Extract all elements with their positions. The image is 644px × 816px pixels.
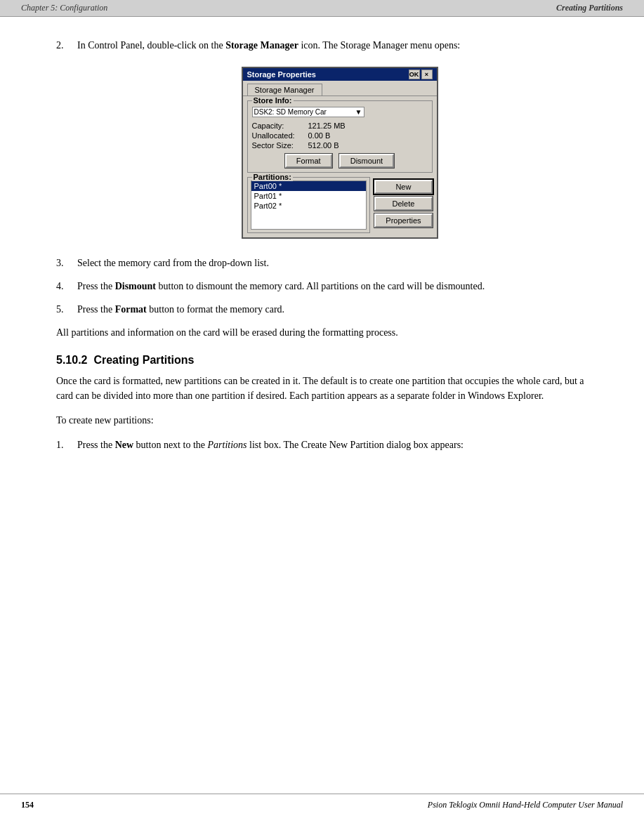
sector-row: Sector Size: 512.00 B: [252, 141, 428, 150]
page-container: Chapter 5: Configuration Creating Partit…: [0, 0, 644, 816]
dialog-tabs: Storage Manager: [243, 81, 437, 96]
footer-book-title: Psion Teklogix Omnii Hand-Held Computer …: [428, 800, 623, 810]
unallocated-label: Unallocated:: [252, 131, 308, 140]
header-bar: Chapter 5: Configuration Creating Partit…: [0, 0, 644, 17]
step-5-text: Press the Format button to format the me…: [77, 302, 284, 317]
step-4-text: Press the Dismount button to dismount th…: [77, 279, 485, 294]
partitions-italic: Partitions: [208, 440, 247, 450]
partitions-label: Partitions:: [252, 173, 293, 181]
header-chapter: Chapter 5: Configuration: [21, 3, 107, 13]
format-button[interactable]: Format: [285, 154, 332, 168]
storage-properties-dialog: Storage Properties OK × Storage Manager …: [242, 67, 438, 239]
partition-item-0[interactable]: Part00 *: [251, 181, 367, 191]
close-button[interactable]: ×: [421, 70, 433, 79]
dialog-titlebar: Storage Properties OK ×: [243, 68, 437, 81]
partitions-listbox[interactable]: Part00 * Part01 * Part02 *: [251, 180, 367, 230]
section-heading: 5.10.2 Creating Partitions: [56, 354, 602, 367]
delete-partition-button[interactable]: Delete: [374, 197, 432, 211]
section-body-1: Once the card is formatted, new partitio…: [56, 374, 602, 403]
step-2-text: In Control Panel, double-click on the St…: [77, 38, 460, 53]
new-partition-button[interactable]: New: [374, 180, 432, 194]
format-bold: Format: [115, 304, 147, 315]
main-content: 2. In Control Panel, double-click on the…: [0, 17, 644, 794]
sector-label: Sector Size:: [252, 141, 308, 150]
partitions-group: Partitions: Part00 * Part01 * Part02 *: [247, 177, 371, 233]
footer: 154 Psion Teklogix Omnii Hand-Held Compu…: [0, 794, 644, 816]
step-5-num: 5.: [56, 302, 77, 317]
step-2-num: 2.: [56, 38, 77, 53]
dialog-title: Storage Properties: [247, 70, 316, 79]
section-body-2: To create new partitions:: [56, 413, 602, 428]
storage-manager-tab[interactable]: Storage Manager: [247, 84, 322, 96]
dropdown-row: DSK2: SD Memory Car ▼: [252, 107, 428, 117]
store-info-label: Store Info:: [252, 96, 294, 105]
format-note: All partitions and information on the ca…: [56, 325, 602, 340]
memory-card-dropdown[interactable]: DSK2: SD Memory Car ▼: [252, 107, 364, 117]
dialog-body: Store Info: DSK2: SD Memory Car ▼ Capaci…: [243, 96, 437, 237]
partition-item-2[interactable]: Part02 *: [251, 201, 367, 211]
dropdown-value: DSK2: SD Memory Car: [254, 108, 327, 116]
step-5: 5. Press the Format button to format the…: [56, 302, 602, 317]
ok-button[interactable]: OK: [409, 70, 420, 79]
step-3-text: Select the memory card from the drop-dow…: [77, 256, 269, 270]
step-4: 4. Press the Dismount button to dismount…: [56, 279, 602, 294]
step-4-num: 4.: [56, 279, 77, 294]
partitions-section: Partitions: Part00 * Part01 * Part02 * N…: [247, 177, 433, 233]
step-3-num: 3.: [56, 256, 77, 270]
storage-manager-bold: Storage Manager: [225, 40, 298, 51]
partitions-buttons: New Delete Properties: [374, 177, 432, 233]
titlebar-buttons: OK ×: [409, 70, 433, 79]
step-3: 3. Select the memory card from the drop-…: [56, 256, 602, 270]
sector-value: 512.00 B: [308, 141, 339, 150]
step-2: 2. In Control Panel, double-click on the…: [56, 38, 602, 53]
format-dismount-row: Format Dismount: [252, 154, 428, 168]
properties-partition-button[interactable]: Properties: [374, 213, 432, 228]
section-title: Creating Partitions: [93, 354, 194, 366]
section-step-1-num: 1.: [56, 437, 77, 452]
capacity-row: Capacity: 121.25 MB: [252, 121, 428, 130]
header-section: Creating Partitions: [556, 3, 623, 13]
capacity-value: 121.25 MB: [308, 121, 346, 130]
new-bold: New: [115, 440, 133, 450]
section-step-1-text: Press the New button next to the Partiti…: [77, 437, 464, 452]
dismount-bold: Dismount: [115, 281, 156, 291]
capacity-label: Capacity:: [252, 121, 308, 130]
dialog-container: Storage Properties OK × Storage Manager …: [77, 67, 602, 239]
dropdown-arrow-icon: ▼: [355, 108, 362, 116]
unallocated-value: 0.00 B: [308, 131, 331, 140]
unallocated-row: Unallocated: 0.00 B: [252, 131, 428, 140]
store-info-group: Store Info: DSK2: SD Memory Car ▼ Capaci…: [247, 100, 433, 173]
footer-page-number: 154: [21, 800, 34, 810]
dismount-button[interactable]: Dismount: [339, 154, 394, 168]
section-number: 5.10.2: [56, 354, 87, 366]
section-step-1: 1. Press the New button next to the Part…: [56, 437, 602, 452]
partition-item-1[interactable]: Part01 *: [251, 191, 367, 201]
